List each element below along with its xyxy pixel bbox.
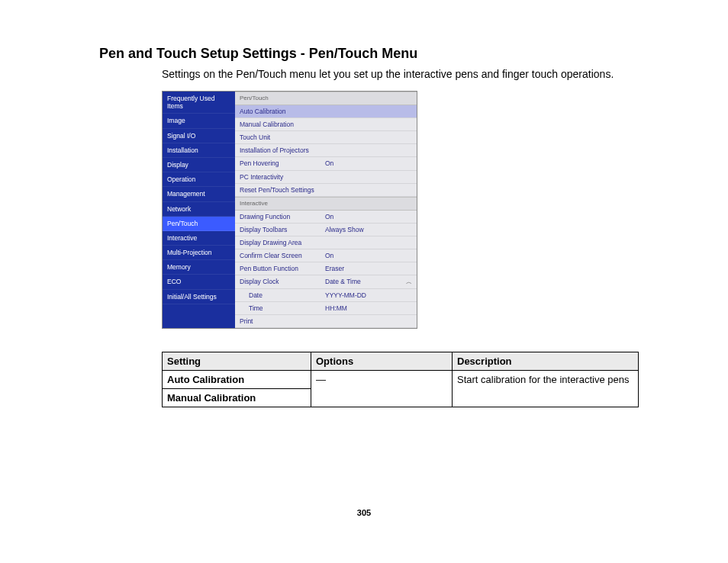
sidebar-item[interactable]: Interactive xyxy=(163,231,235,246)
cell-description: Start calibration for the interactive pe… xyxy=(453,371,639,407)
sidebar-item[interactable]: Memory xyxy=(163,260,235,275)
caret-up-icon: ︿ xyxy=(406,278,412,286)
menu-row-label: PC Interactivity xyxy=(240,173,325,181)
sidebar-item[interactable]: Operation xyxy=(163,172,235,187)
menu-row[interactable]: Auto Calibration xyxy=(235,105,417,118)
menu-row-label: Time xyxy=(240,304,325,312)
panel-section-header: Pen/Touch xyxy=(235,92,417,105)
panel-section-header: Interactive xyxy=(235,197,417,211)
menu-row[interactable]: Display ClockDate & Time︿ xyxy=(235,275,417,288)
sidebar-item[interactable]: Initial/All Settings xyxy=(163,290,235,304)
page-title: Pen and Touch Setup Settings - Pen/Touch… xyxy=(99,46,636,62)
sidebar-item[interactable]: Pen/Touch xyxy=(163,217,235,231)
menu-row[interactable]: Touch Unit xyxy=(235,131,417,144)
menu-row-label: Auto Calibration xyxy=(240,108,325,115)
menu-row[interactable]: Installation of Projectors xyxy=(235,144,417,157)
menu-row[interactable]: Display ToolbarsAlways Show xyxy=(235,224,417,236)
menu-row[interactable]: Pen HoveringOn xyxy=(235,157,417,170)
sidebar-item[interactable]: Installation xyxy=(163,143,235,158)
th-setting: Setting xyxy=(163,352,311,371)
menu-row-label: Drawing Function xyxy=(240,213,325,220)
menu-row-label: Manual Calibration xyxy=(240,121,325,128)
menu-row-label: Display Clock xyxy=(240,278,325,285)
sidebar-item[interactable]: Display xyxy=(163,158,235,172)
menu-row-label: Touch Unit xyxy=(240,134,325,141)
menu-row[interactable]: Reset Pen/Touch Settings xyxy=(235,184,417,197)
menu-row[interactable]: Manual Calibration xyxy=(235,118,417,131)
th-description: Description xyxy=(453,352,639,371)
sidebar-item[interactable]: Multi-Projection xyxy=(163,246,235,260)
page-number: 305 xyxy=(0,508,728,517)
th-options: Options xyxy=(311,352,453,371)
menu-row-value: Eraser xyxy=(325,265,412,272)
menu-row-value: HH:MM xyxy=(325,304,412,312)
sidebar-item[interactable]: Image xyxy=(163,114,235,128)
menu-screenshot: Frequently Used ItemsImageSignal I/OInst… xyxy=(162,91,417,329)
menu-panel: Pen/TouchAuto CalibrationManual Calibrat… xyxy=(235,92,417,328)
menu-row-label: Installation of Projectors xyxy=(240,146,325,154)
menu-row-label: Pen Button Function xyxy=(240,265,325,272)
settings-table: Setting Options Description Auto Calibra… xyxy=(162,352,639,407)
menu-row[interactable]: Display Drawing Area xyxy=(235,236,417,249)
menu-row-value: On xyxy=(325,213,412,220)
menu-row[interactable]: Drawing FunctionOn xyxy=(235,211,417,224)
menu-row-label: Date xyxy=(240,291,325,299)
menu-row-value: YYYY-MM-DD xyxy=(325,291,412,299)
menu-row[interactable]: Pen Button FunctionEraser xyxy=(235,262,417,275)
menu-row[interactable]: Print xyxy=(235,315,417,328)
menu-row[interactable]: Confirm Clear ScreenOn xyxy=(235,249,417,262)
menu-row-value: On xyxy=(325,159,412,167)
sidebar-item[interactable]: ECO xyxy=(163,275,235,289)
menu-row[interactable]: TimeHH:MM xyxy=(235,302,417,315)
cell-setting: Auto Calibration xyxy=(163,371,311,389)
cell-setting: Manual Calibration xyxy=(163,389,311,407)
sidebar-item[interactable]: Frequently Used Items xyxy=(163,92,235,114)
menu-row-label: Confirm Clear Screen xyxy=(240,252,325,259)
sidebar-item[interactable]: Network xyxy=(163,202,235,217)
menu-row[interactable]: DateYYYY-MM-DD xyxy=(235,289,417,302)
sidebar-item[interactable]: Management xyxy=(163,187,235,201)
menu-row-label: Pen Hovering xyxy=(240,159,325,167)
menu-row-value: On xyxy=(325,252,412,259)
menu-row-label: Reset Pen/Touch Settings xyxy=(240,186,325,194)
cell-options: — xyxy=(311,371,453,407)
menu-row-label: Print xyxy=(240,317,325,325)
menu-row[interactable]: PC Interactivity xyxy=(235,171,417,184)
menu-sidebar: Frequently Used ItemsImageSignal I/OInst… xyxy=(163,92,235,328)
menu-row-value: Date & Time xyxy=(325,278,406,285)
menu-row-value: Always Show xyxy=(325,226,412,233)
menu-row-label: Display Drawing Area xyxy=(240,239,325,246)
menu-row-label: Display Toolbars xyxy=(240,226,325,233)
intro-text: Settings on the Pen/Touch menu let you s… xyxy=(162,68,636,80)
sidebar-item[interactable]: Signal I/O xyxy=(163,129,235,143)
